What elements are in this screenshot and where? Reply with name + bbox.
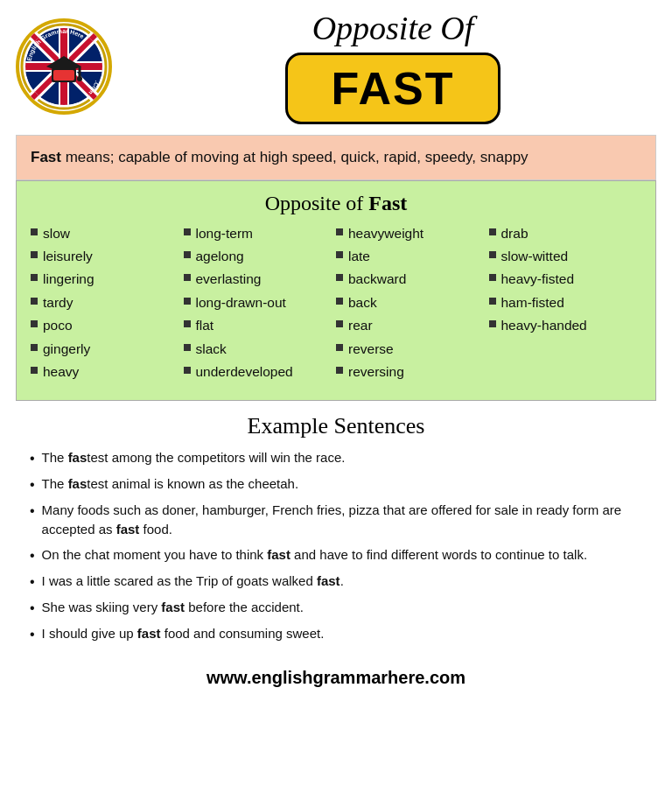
bullet-icon — [184, 367, 191, 374]
header-section: English Grammar Here .Com Opposite Of FA… — [16, 9, 656, 124]
bold-fast: fast — [161, 600, 185, 614]
opposites-title-normal: Opposite of — [265, 192, 369, 214]
bullet-icon — [184, 344, 191, 351]
bold-fast: fast — [116, 522, 140, 537]
bullet-icon — [184, 298, 191, 305]
definition-text: means; capable of moving at high speed, … — [61, 149, 528, 165]
list-item: drab — [489, 224, 642, 243]
main-word-text: FAST — [332, 63, 455, 114]
bullet-icon — [336, 274, 343, 281]
list-item: poco — [31, 316, 184, 335]
opposites-columns: slow leisurely lingering tardy poco ging… — [31, 224, 641, 386]
bold-fast: fast — [317, 573, 340, 588]
list-item: The fastest animal is known as the cheet… — [30, 474, 642, 495]
main-word-badge: FAST — [285, 53, 501, 124]
list-item: slow-witted — [489, 247, 642, 266]
list-item: underdeveloped — [184, 362, 337, 382]
list-item: agelong — [184, 247, 337, 266]
list-item: gingerly — [31, 340, 184, 359]
list-item: I should give up fast food and consuming… — [30, 624, 642, 645]
opposites-col-1: slow leisurely lingering tardy poco ging… — [31, 224, 184, 386]
list-item: heavyweight — [336, 224, 489, 243]
opposites-col-2: long-term agelong everlasting long-drawn… — [184, 224, 337, 386]
title-block: Opposite Of FAST — [130, 9, 656, 124]
list-item: long-drawn-out — [184, 293, 337, 312]
list-item: The fastest among the competitors will w… — [30, 448, 642, 469]
bullet-icon — [184, 251, 191, 258]
list-item: slack — [184, 340, 337, 359]
opposites-title-bold: Fast — [368, 192, 407, 214]
list-item: Many foods such as doner, hamburger, Fre… — [30, 501, 642, 540]
opposites-box: Opposite of Fast slow leisurely lingerin… — [16, 180, 656, 401]
list-item: I was a little scared as the Trip of goa… — [30, 572, 642, 593]
opposites-title: Opposite of Fast — [31, 192, 641, 215]
bullet-icon — [31, 298, 38, 305]
bullet-icon — [336, 344, 343, 351]
list-item: On the chat moment you have to think fas… — [30, 545, 642, 566]
svg-rect-25 — [53, 70, 74, 81]
list-item: heavy — [31, 362, 184, 382]
definition-bold-word: Fast — [31, 149, 61, 165]
bullet-icon — [184, 320, 191, 327]
bullet-icon — [489, 228, 496, 235]
list-item: long-term — [184, 224, 337, 243]
bullet-icon — [336, 320, 343, 327]
bullet-icon — [336, 367, 343, 374]
list-item: everlasting — [184, 270, 337, 289]
list-item: heavy-handed — [489, 316, 642, 335]
bullet-icon — [31, 367, 38, 374]
list-item: reverse — [336, 340, 489, 359]
list-item: tardy — [31, 293, 184, 312]
list-item: reversing — [336, 362, 489, 382]
bullet-icon — [336, 228, 343, 235]
bold-fast: fast — [267, 547, 290, 562]
list-item: back — [336, 293, 489, 312]
list-item: lingering — [31, 270, 184, 289]
bullet-icon — [489, 251, 496, 258]
examples-title: Example Sentences — [30, 413, 642, 439]
bullet-icon — [336, 298, 343, 305]
bullet-icon — [184, 274, 191, 281]
list-item: heavy-fisted — [489, 270, 642, 289]
bullet-icon — [31, 274, 38, 281]
list-item: slow — [31, 224, 184, 243]
opposites-col-4: drab slow-witted heavy-fisted ham-fisted… — [489, 224, 642, 386]
list-item: leisurely — [31, 247, 184, 266]
list-item: rear — [336, 316, 489, 335]
bullet-icon — [31, 344, 38, 351]
opposite-of-heading: Opposite Of — [312, 9, 474, 47]
bullet-icon — [31, 320, 38, 327]
bold-fast: fas — [68, 476, 88, 491]
svg-point-24 — [77, 76, 82, 81]
list-item: She was skiing very fast before the acci… — [30, 598, 642, 619]
page-wrapper: English Grammar Here .Com Opposite Of FA… — [0, 0, 672, 709]
examples-section: Example Sentences The fastest among the … — [16, 401, 656, 659]
bullet-icon — [31, 228, 38, 235]
list-item: ham-fisted — [489, 293, 642, 312]
bullet-icon — [31, 251, 38, 258]
list-item: late — [336, 247, 489, 266]
examples-list: The fastest among the competitors will w… — [30, 448, 642, 645]
opposites-col-3: heavyweight late backward back rear reve… — [336, 224, 489, 386]
bullet-icon — [489, 320, 496, 327]
list-item: backward — [336, 270, 489, 289]
bullet-icon — [336, 251, 343, 258]
bold-fast: fast — [137, 626, 161, 641]
bullet-icon — [489, 298, 496, 305]
definition-box: Fast means; capable of moving at high sp… — [16, 135, 656, 180]
list-item: flat — [184, 316, 337, 335]
footer-url: www.englishgrammarhere.com — [16, 668, 656, 695]
site-logo: English Grammar Here .Com — [16, 18, 112, 115]
bold-fast: fas — [68, 450, 88, 465]
bullet-icon — [489, 274, 496, 281]
bullet-icon — [184, 228, 191, 235]
